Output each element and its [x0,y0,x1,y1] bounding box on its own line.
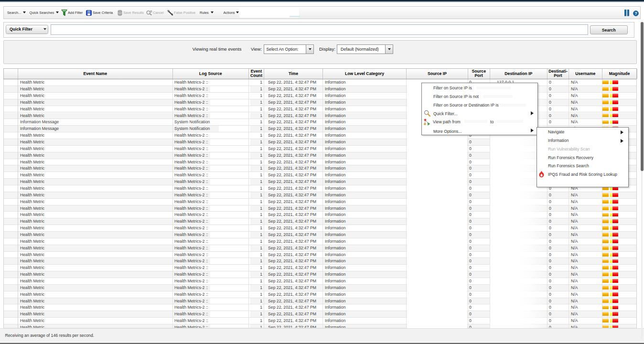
svg-text:?: ? [634,11,637,15]
